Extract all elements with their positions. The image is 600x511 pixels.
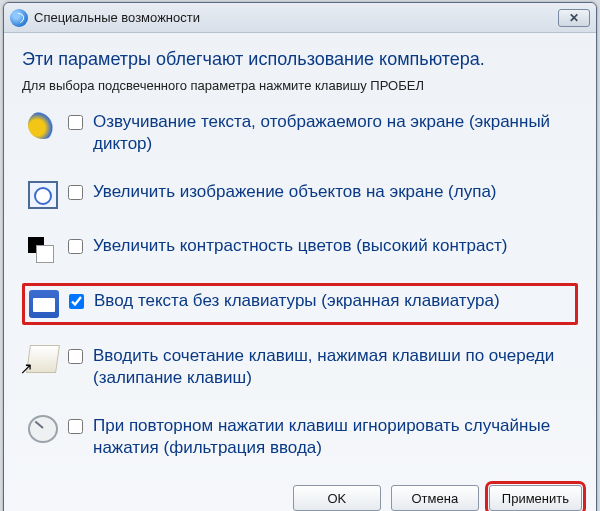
option-high-contrast: Увеличить контрастность цветов (высокий … xyxy=(22,229,578,269)
accessibility-icon xyxy=(10,9,28,27)
option-sticky-keys: Вводить сочетание клавиш, нажимая клавиш… xyxy=(22,339,578,395)
magnifier-icon xyxy=(28,181,58,209)
speaker-icon xyxy=(28,111,58,139)
contrast-icon xyxy=(28,235,58,263)
accessibility-dialog: Специальные возможности ✕ Эти параметры … xyxy=(3,2,597,511)
filter-keys-label: При повторном нажатии клавиш игнорироват… xyxy=(93,415,572,459)
options-list: Озвучивание текста, отображаемого на экр… xyxy=(22,105,578,465)
on-screen-keyboard-checkbox[interactable] xyxy=(69,294,84,309)
dialog-content: Эти параметры облегчают использование ко… xyxy=(4,33,596,475)
magnifier-label: Увеличить изображение объектов на экране… xyxy=(93,181,497,203)
option-on-screen-keyboard: Ввод текста без клавиатуры (экранная кла… xyxy=(22,283,578,325)
window-title: Специальные возможности xyxy=(34,10,200,25)
ok-button[interactable]: OK xyxy=(293,485,381,511)
sticky-keys-icon xyxy=(26,345,60,373)
dialog-heading: Эти параметры облегчают использование ко… xyxy=(22,49,578,70)
apply-button[interactable]: Применить xyxy=(489,485,582,511)
keyboard-icon xyxy=(29,290,59,318)
magnifier-checkbox[interactable] xyxy=(68,185,83,200)
sticky-keys-checkbox[interactable] xyxy=(68,349,83,364)
high-contrast-checkbox[interactable] xyxy=(68,239,83,254)
timer-icon xyxy=(28,415,58,443)
close-icon: ✕ xyxy=(569,11,579,25)
option-narrator: Озвучивание текста, отображаемого на экр… xyxy=(22,105,578,161)
cancel-button[interactable]: Отмена xyxy=(391,485,479,511)
option-filter-keys: При повторном нажатии клавиш игнорироват… xyxy=(22,409,578,465)
on-screen-keyboard-label: Ввод текста без клавиатуры (экранная кла… xyxy=(94,290,500,312)
close-button[interactable]: ✕ xyxy=(558,9,590,27)
narrator-label: Озвучивание текста, отображаемого на экр… xyxy=(93,111,572,155)
dialog-subheading: Для выбора подсвеченного параметра нажми… xyxy=(22,78,578,93)
titlebar: Специальные возможности ✕ xyxy=(4,3,596,33)
narrator-checkbox[interactable] xyxy=(68,115,83,130)
sticky-keys-label: Вводить сочетание клавиш, нажимая клавиш… xyxy=(93,345,572,389)
dialog-buttons: OK Отмена Применить xyxy=(4,475,596,511)
high-contrast-label: Увеличить контрастность цветов (высокий … xyxy=(93,235,507,257)
filter-keys-checkbox[interactable] xyxy=(68,419,83,434)
option-magnifier: Увеличить изображение объектов на экране… xyxy=(22,175,578,215)
